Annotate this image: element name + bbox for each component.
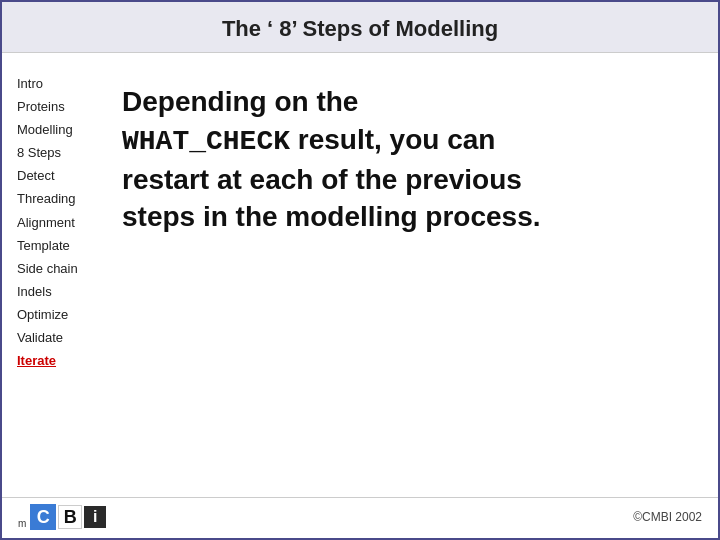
- main-line3: restart at each of the previous: [122, 164, 522, 195]
- sidebar-item-6: Alignment: [17, 212, 102, 234]
- page: The ‘ 8’ Steps of Modelling IntroProtein…: [2, 2, 718, 538]
- sidebar-item-3: 8 Steps: [17, 142, 102, 164]
- sidebar-item-11: Validate: [17, 327, 102, 349]
- logo-m: m: [18, 518, 26, 529]
- copyright: ©CMBI 2002: [633, 510, 702, 524]
- sidebar-item-0: Intro: [17, 73, 102, 95]
- sidebar-item-2: Modelling: [17, 119, 102, 141]
- title-bar: The ‘ 8’ Steps of Modelling: [2, 2, 718, 53]
- sidebar-item-10: Optimize: [17, 304, 102, 326]
- main-line1: Depending on the: [122, 86, 358, 117]
- logo-i: i: [84, 506, 106, 528]
- main-content: Depending on the WHAT_CHECK result, you …: [112, 63, 718, 487]
- logo-c: C: [30, 504, 56, 530]
- sidebar-item-12: Iterate: [17, 350, 102, 372]
- sidebar-item-8: Side chain: [17, 258, 102, 280]
- logo-b: B: [58, 505, 82, 529]
- main-line2-suffix: result, you can: [290, 124, 495, 155]
- footer: m C B i ©CMBI 2002: [2, 497, 718, 538]
- sidebar-item-4: Detect: [17, 165, 102, 187]
- main-line4: steps in the modelling process.: [122, 201, 541, 232]
- sidebar-item-9: Indels: [17, 281, 102, 303]
- content-area: IntroProteinsModelling8 StepsDetectThrea…: [2, 53, 718, 497]
- sidebar-item-1: Proteins: [17, 96, 102, 118]
- sidebar: IntroProteinsModelling8 StepsDetectThrea…: [2, 63, 112, 487]
- logo-area: m C B i: [18, 504, 106, 530]
- main-text: Depending on the WHAT_CHECK result, you …: [122, 83, 541, 236]
- page-title: The ‘ 8’ Steps of Modelling: [12, 16, 708, 42]
- sidebar-item-5: Threading: [17, 188, 102, 210]
- sidebar-item-7: Template: [17, 235, 102, 257]
- main-line2-prefix: WHAT_CHECK: [122, 126, 290, 157]
